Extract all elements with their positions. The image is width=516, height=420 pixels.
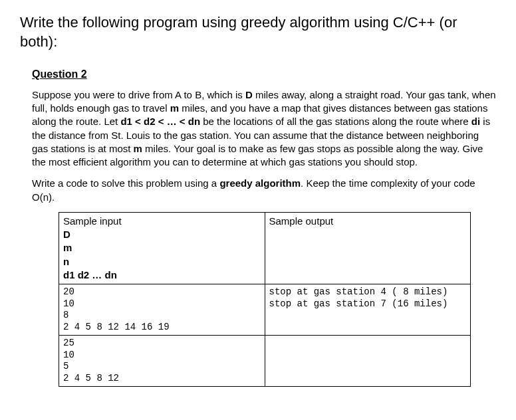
row1-l4: 2 4 5 8 12 14 16 19 bbox=[63, 322, 261, 334]
question-block: Question 2 Suppose you were to drive fro… bbox=[32, 67, 496, 387]
paragraph-2: Write a code to solve this problem using… bbox=[32, 177, 496, 204]
row1-r1: stop at gas station 4 ( 8 miles) bbox=[269, 286, 467, 298]
m-bold-2: m bbox=[134, 143, 142, 154]
row1-left: 20 10 8 2 4 5 8 12 14 16 19 bbox=[59, 284, 265, 336]
p1-a: Suppose you were to drive from A to B, w… bbox=[32, 89, 245, 100]
p1-d: be the locations of all the gas stations… bbox=[200, 116, 471, 127]
row1-l3: 8 bbox=[63, 310, 261, 322]
header-right: Sample output bbox=[265, 212, 471, 284]
p2-a: Write a code to solve this problem using… bbox=[32, 177, 219, 189]
input-D: D bbox=[63, 228, 261, 241]
d1d2dn: d1 < d2 < … < dn bbox=[120, 116, 200, 127]
header-left: Sample input D m n d1 d2 … dn bbox=[59, 212, 265, 284]
table-row: 20 10 8 2 4 5 8 12 14 16 19 stop at gas … bbox=[59, 284, 471, 336]
row2-left: 25 10 5 2 4 5 8 12 bbox=[59, 336, 265, 387]
greedy-bold: greedy algorithm bbox=[219, 177, 301, 189]
table-row: 25 10 5 2 4 5 8 12 bbox=[59, 336, 471, 387]
row1-right: stop at gas station 4 ( 8 miles) stop at… bbox=[265, 284, 471, 336]
row1-l2: 10 bbox=[63, 298, 261, 310]
sample-input-label: Sample input bbox=[63, 215, 261, 228]
di: di bbox=[471, 116, 480, 127]
row2-l2: 10 bbox=[63, 350, 261, 362]
question-title: Question 2 bbox=[32, 67, 496, 82]
intro-text: Write the following program using greedy… bbox=[20, 13, 496, 51]
D-bold: D bbox=[245, 89, 253, 100]
row2-l4: 2 4 5 8 12 bbox=[63, 373, 261, 385]
row2-right bbox=[265, 336, 471, 387]
row2-l1: 25 bbox=[63, 338, 261, 350]
m-bold-1: m bbox=[170, 102, 179, 114]
sample-table: Sample input D m n d1 d2 … dn Sample out… bbox=[59, 212, 471, 387]
paragraph-1: Suppose you were to drive from A to B, w… bbox=[32, 88, 496, 169]
row2-l3: 5 bbox=[63, 361, 261, 373]
sample-output-label: Sample output bbox=[269, 215, 467, 228]
table-row: Sample input D m n d1 d2 … dn Sample out… bbox=[59, 212, 471, 284]
row1-l1: 20 bbox=[63, 286, 261, 298]
input-d: d1 d2 … dn bbox=[63, 268, 261, 282]
row1-r2: stop at gas station 7 (16 miles) bbox=[269, 298, 467, 310]
input-n: n bbox=[63, 255, 261, 268]
input-m: m bbox=[63, 241, 261, 255]
